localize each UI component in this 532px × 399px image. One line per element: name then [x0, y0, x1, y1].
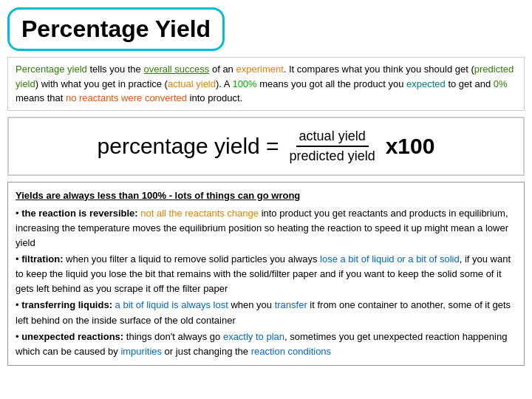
formula-numerator: actual yield [296, 129, 369, 147]
formula-denominator: predicted yield [287, 147, 378, 164]
formula-left: percentage yield = [98, 134, 279, 159]
bullet-3: • transferring liquids: a bit of liquid … [16, 298, 516, 327]
bullet2-colored1: lose a bit of liquid or a bit of solid [320, 253, 460, 265]
title-box: Percentage Yield [7, 7, 225, 51]
bullet2-plain1: when you filter a liquid to remove solid… [64, 253, 321, 265]
bullet4-colored3: reaction conditions [251, 346, 331, 357]
bullet2-label: filtration: [21, 253, 63, 265]
bullet3-plain1: when you [228, 299, 275, 310]
bullet3-colored1: a bit of liquid is always lost [112, 299, 228, 310]
bullet4-colored2: impurities [120, 346, 162, 357]
content-box: Yields are always less than 100% - lots … [7, 182, 525, 366]
intro-text-1: Percentage yield tells you the overall s… [16, 64, 514, 103]
bullet4-label: unexpected reactions: [21, 331, 123, 342]
intro-box: Percentage yield tells you the overall s… [7, 57, 525, 111]
formula-fraction: actual yield predicted yield [287, 129, 378, 164]
bullet-4: • unexpected reactions: things don't alw… [16, 330, 516, 359]
formula-box: percentage yield = actual yield predicte… [7, 117, 525, 176]
heading-text: Yields are always less than 100% - lots … [16, 190, 300, 201]
page-container: Percentage Yield Percentage yield tells … [0, 0, 532, 399]
bullet1-label: the reaction is reversible: [21, 208, 138, 219]
page-title: Percentage Yield [21, 16, 211, 42]
bullet4-plain1: things don't always go [123, 331, 223, 342]
bullet4-colored1: exactly to plan [223, 331, 284, 342]
bullet3-colored2: transfer [275, 299, 307, 310]
bullet3-label: transferring liquids: [21, 299, 112, 310]
bullet4-plain3: or just changing the [162, 346, 251, 357]
bullet1-colored1: not all the reactants change [138, 208, 259, 219]
content-heading: Yields are always less than 100% - lots … [16, 188, 516, 203]
formula-multiplier: x100 [386, 134, 435, 159]
bullet-1: • the reaction is reversible: not all th… [16, 206, 516, 250]
bullet-2: • filtration: when you filter a liquid t… [16, 252, 516, 296]
